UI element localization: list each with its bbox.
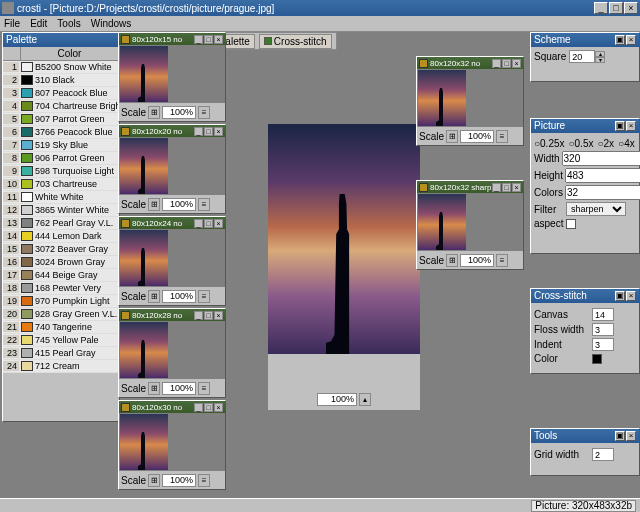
main-scale-input[interactable] — [317, 393, 357, 406]
palette-row[interactable]: 11White White — [3, 191, 119, 204]
panel-close-icon[interactable]: × — [626, 291, 636, 301]
preview-thumbnail[interactable] — [120, 230, 168, 286]
minimize-icon[interactable]: _ — [194, 127, 203, 136]
scale-input[interactable] — [162, 106, 196, 119]
close-icon[interactable]: × — [214, 311, 223, 320]
preview-window[interactable]: 80x120x15 no_□×Scale⊞≡ — [118, 32, 226, 122]
palette-list[interactable]: 1B5200 Snow White2310 Black3807 Peacock … — [3, 61, 119, 373]
scale-step-icon[interactable]: ≡ — [198, 382, 210, 395]
scale-step-icon[interactable]: ≡ — [198, 106, 210, 119]
colors-input[interactable] — [565, 185, 640, 200]
preview-window[interactable]: 80x120x30 no_□×Scale⊞≡ — [118, 400, 226, 490]
palette-row[interactable]: 163024 Brown Gray — [3, 256, 119, 269]
scale-up-icon[interactable]: ▴ — [359, 393, 371, 406]
scale-input[interactable] — [460, 254, 494, 267]
close-icon[interactable]: × — [214, 35, 223, 44]
scale-fit-icon[interactable]: ⊞ — [148, 106, 160, 119]
minimize-button[interactable]: _ — [594, 2, 608, 14]
indent-input[interactable] — [592, 338, 614, 351]
preview-window[interactable]: 80x120x20 no_□×Scale⊞≡ — [118, 124, 226, 214]
preview-titlebar[interactable]: 80x120x20 no_□× — [119, 125, 225, 137]
palette-row[interactable]: 63766 Peacock Blue — [3, 126, 119, 139]
scale-fit-icon[interactable]: ⊞ — [148, 290, 160, 303]
panel-close-icon[interactable]: × — [626, 35, 636, 45]
minimize-icon[interactable]: _ — [194, 311, 203, 320]
spin-down-icon[interactable]: ▾ — [595, 57, 605, 63]
scale-fit-icon[interactable]: ⊞ — [446, 254, 458, 267]
preview-titlebar[interactable]: 80x120x28 no_□× — [119, 309, 225, 321]
panel-pin-icon[interactable]: ▣ — [615, 431, 625, 441]
preview-window[interactable]: 80x120x32 no_□×Scale⊞≡ — [416, 56, 524, 146]
palette-row[interactable]: 23415 Pearl Gray — [3, 347, 119, 360]
maximize-icon[interactable]: □ — [502, 59, 511, 68]
scale-fit-icon[interactable]: ⊞ — [148, 198, 160, 211]
panel-pin-icon[interactable]: ▣ — [615, 35, 625, 45]
menu-tools[interactable]: Tools — [57, 18, 80, 29]
scale-step-icon[interactable]: ≡ — [496, 130, 508, 143]
scale-input[interactable] — [460, 130, 494, 143]
menu-edit[interactable]: Edit — [30, 18, 47, 29]
close-icon[interactable]: × — [214, 127, 223, 136]
scale-input[interactable] — [162, 474, 196, 487]
palette-row[interactable]: 5907 Parrot Green — [3, 113, 119, 126]
minimize-icon[interactable]: _ — [492, 59, 501, 68]
height-input[interactable] — [565, 168, 640, 183]
preview-thumbnail[interactable] — [120, 46, 168, 102]
maximize-icon[interactable]: □ — [204, 127, 213, 136]
scale-fit-icon[interactable]: ⊞ — [446, 130, 458, 143]
preview-window[interactable]: 80x120x28 no_□×Scale⊞≡ — [118, 308, 226, 398]
preview-thumbnail[interactable] — [120, 138, 168, 194]
preview-titlebar[interactable]: 80x120x30 no_□× — [119, 401, 225, 413]
maximize-button[interactable]: □ — [609, 2, 623, 14]
scale-step-icon[interactable]: ≡ — [198, 290, 210, 303]
maximize-icon[interactable]: □ — [204, 311, 213, 320]
palette-row[interactable]: 123865 Winter White — [3, 204, 119, 217]
scale-step-icon[interactable]: ≡ — [496, 254, 508, 267]
palette-row[interactable]: 2310 Black — [3, 74, 119, 87]
maximize-icon[interactable]: □ — [502, 183, 511, 192]
preview-thumbnail[interactable] — [120, 414, 168, 470]
palette-row[interactable]: 1B5200 Snow White — [3, 61, 119, 74]
scale-input[interactable] — [162, 290, 196, 303]
canvas-input[interactable] — [592, 308, 614, 321]
preview-titlebar[interactable]: 80x120x24 no_□× — [119, 217, 225, 229]
scale-input[interactable] — [162, 382, 196, 395]
preview-window[interactable]: 80x120x24 no_□×Scale⊞≡ — [118, 216, 226, 306]
minimize-icon[interactable]: _ — [194, 219, 203, 228]
preview-titlebar[interactable]: 80x120x32 sharpen_□× — [417, 181, 523, 193]
close-icon[interactable]: × — [214, 403, 223, 412]
palette-row[interactable]: 22745 Yellow Pale — [3, 334, 119, 347]
palette-row[interactable]: 21740 Tangerine — [3, 321, 119, 334]
menu-file[interactable]: File — [4, 18, 20, 29]
square-input[interactable] — [569, 50, 595, 63]
preview-thumbnail[interactable] — [418, 194, 466, 250]
maximize-icon[interactable]: □ — [204, 219, 213, 228]
scale-fit-icon[interactable]: ⊞ — [148, 474, 160, 487]
preview-titlebar[interactable]: 80x120x32 no_□× — [417, 57, 523, 69]
close-icon[interactable]: × — [512, 59, 521, 68]
preview-window[interactable]: 80x120x32 sharpen_□×Scale⊞≡ — [416, 180, 524, 270]
aspect-checkbox[interactable] — [566, 219, 576, 229]
palette-row[interactable]: 18168 Pewter Very — [3, 282, 119, 295]
preview-thumbnail[interactable] — [120, 322, 168, 378]
preview-titlebar[interactable]: 80x120x15 no_□× — [119, 33, 225, 45]
grid-input[interactable] — [592, 448, 614, 461]
color-swatch[interactable] — [592, 354, 602, 364]
palette-row[interactable]: 8906 Parrot Green — [3, 152, 119, 165]
palette-row[interactable]: 153072 Beaver Gray — [3, 243, 119, 256]
panel-close-icon[interactable]: × — [626, 431, 636, 441]
scale-fit-icon[interactable]: ⊞ — [148, 382, 160, 395]
menu-windows[interactable]: Windows — [91, 18, 132, 29]
panel-close-icon[interactable]: × — [626, 121, 636, 131]
palette-row[interactable]: 9598 Turquoise Light — [3, 165, 119, 178]
tab-cross-stitch[interactable]: Cross-stitch — [259, 34, 332, 49]
panel-pin-icon[interactable]: ▣ — [615, 291, 625, 301]
floss-input[interactable] — [592, 323, 614, 336]
minimize-icon[interactable]: _ — [492, 183, 501, 192]
palette-row[interactable]: 4704 Chartreuse Bright — [3, 100, 119, 113]
preview-thumbnail[interactable] — [418, 70, 466, 126]
palette-row[interactable]: 3807 Peacock Blue — [3, 87, 119, 100]
minimize-icon[interactable]: _ — [194, 35, 203, 44]
panel-pin-icon[interactable]: ▣ — [615, 121, 625, 131]
width-input[interactable] — [562, 151, 640, 166]
